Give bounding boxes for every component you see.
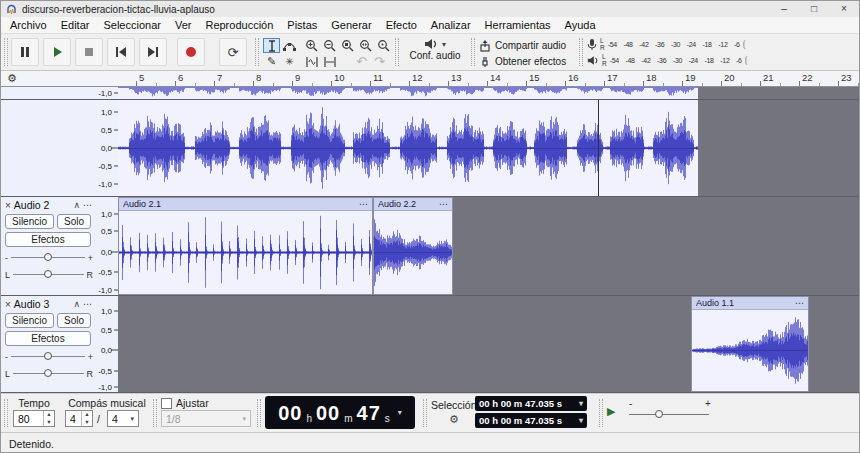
- toolbar-grip[interactable]: [471, 38, 475, 66]
- pause-button[interactable]: [11, 38, 39, 66]
- menu-item-pistas[interactable]: Pistas: [280, 18, 324, 32]
- spin-up-icon[interactable]: ▲: [82, 411, 92, 419]
- audio-clip[interactable]: [118, 87, 698, 99]
- effects-button[interactable]: Efectos: [5, 331, 91, 346]
- time-signature-upper[interactable]: 4: [66, 411, 81, 426]
- track-panel[interactable]: [1, 100, 96, 196]
- play-button[interactable]: [43, 38, 71, 66]
- audio-setup-button[interactable]: ▾ Conf. audio: [403, 38, 467, 61]
- undo-button[interactable]: ↶: [353, 54, 370, 69]
- track-name[interactable]: Audio 2: [14, 199, 71, 211]
- menu-item-ver[interactable]: Ver: [168, 18, 199, 32]
- share-audio-button[interactable]: Compartir audio: [479, 38, 566, 53]
- loop-button[interactable]: ⟳: [219, 38, 247, 66]
- gain-slider-thumb[interactable]: [44, 352, 52, 360]
- time-signature-lower-select[interactable]: 4 ▾: [107, 410, 139, 427]
- close-button[interactable]: ×: [829, 1, 859, 17]
- track-waveform-area[interactable]: Audio 2.1 ⋯ Audio 2.2 ⋯: [118, 197, 859, 295]
- gain-slider[interactable]: [11, 253, 85, 263]
- record-button[interactable]: [177, 38, 205, 66]
- timeline-ruler[interactable]: 567891011121314151617181920212223: [118, 71, 860, 86]
- time-signature-upper-spinner[interactable]: 4 ▲ ▼: [65, 410, 93, 427]
- spinner-arrows[interactable]: ▲ ▼: [81, 411, 92, 426]
- track-waveform-area[interactable]: [118, 100, 859, 196]
- tempo-spinner[interactable]: 80 ▲ ▼: [13, 410, 55, 427]
- track-close-button[interactable]: ×: [5, 200, 11, 211]
- solo-button[interactable]: Solo: [57, 214, 91, 229]
- selection-options-button[interactable]: ⚙: [449, 413, 459, 426]
- clip-header[interactable]: Audio 2.2 ⋯: [374, 198, 452, 211]
- toolbar-grip[interactable]: [599, 399, 603, 427]
- menu-item-herramientas[interactable]: Herramientas: [478, 18, 558, 32]
- audio-clip-2-1[interactable]: Audio 2.1 ⋯: [118, 197, 373, 295]
- chevron-down-icon[interactable]: ▾: [398, 408, 402, 417]
- speed-slider[interactable]: [629, 414, 709, 415]
- track-panel[interactable]: × Audio 3 ∧ ⋯ Silencio Solo Efectos - + …: [1, 296, 96, 392]
- mute-button[interactable]: Silencio: [5, 214, 54, 229]
- track-name[interactable]: Audio 3: [14, 298, 71, 310]
- toolbar-grip[interactable]: [153, 399, 157, 427]
- menu-item-ayuda[interactable]: Ayuda: [558, 18, 603, 32]
- toolbar-grip[interactable]: [257, 399, 261, 427]
- audio-clip-speech[interactable]: [118, 100, 698, 196]
- audio-clip-2-2[interactable]: Audio 2.2 ⋯: [373, 197, 453, 295]
- track-panel[interactable]: [1, 87, 96, 99]
- vertical-scale[interactable]: -1,0: [96, 87, 118, 99]
- clip-menu-button[interactable]: ⋯: [795, 298, 804, 308]
- toolbar-grip[interactable]: [395, 38, 399, 66]
- snap-interval-select[interactable]: 1/8 ▾: [161, 410, 251, 427]
- effects-button[interactable]: Efectos: [5, 232, 91, 247]
- toolbar-grip[interactable]: [423, 399, 427, 427]
- clip-menu-button[interactable]: ⋯: [439, 199, 448, 209]
- track-menu-button[interactable]: ⋯: [83, 200, 92, 210]
- spin-up-icon[interactable]: ▲: [44, 411, 54, 419]
- gain-slider[interactable]: [11, 352, 85, 362]
- tempo-value[interactable]: 80: [14, 411, 43, 426]
- snap-checkbox[interactable]: [161, 398, 172, 409]
- menu-item-seleccionar[interactable]: Seleccionar: [96, 18, 167, 32]
- track-waveform-area[interactable]: Audio 1.1 ⋯: [118, 296, 859, 392]
- spinner-arrows[interactable]: ▲ ▼: [43, 411, 54, 426]
- toolbar-grip[interactable]: [579, 38, 583, 66]
- track-menu-button[interactable]: ⋯: [83, 299, 92, 309]
- selection-end-field[interactable]: 00 h 00 m 47.035 s ▾: [475, 413, 587, 428]
- record-meter[interactable]: L R -54-48-42-36-30-24-18-12-6 ⟮: [587, 37, 746, 52]
- play-at-speed-button[interactable]: ▶: [607, 405, 615, 418]
- silence-audio-button[interactable]: [321, 54, 338, 69]
- skip-to-start-button[interactable]: [107, 38, 135, 66]
- get-effects-button[interactable]: Obtener efectos: [479, 54, 566, 69]
- vertical-scale[interactable]: 1,00,50,0-0,5-1,0: [96, 100, 118, 196]
- menu-item-analizar[interactable]: Analizar: [424, 18, 478, 32]
- zoom-selection-button[interactable]: [339, 38, 356, 53]
- menu-item-archivo[interactable]: Archivo: [3, 18, 54, 32]
- maximize-button[interactable]: □: [799, 1, 829, 17]
- track-panel[interactable]: × Audio 2 ∧ ⋯ Silencio Solo Efectos - + …: [1, 197, 96, 295]
- draw-tool-button[interactable]: ✎: [263, 54, 280, 69]
- collapse-track-button[interactable]: ∧: [73, 200, 80, 210]
- zoom-toggle-button[interactable]: [375, 38, 392, 53]
- pan-slider-thumb[interactable]: [44, 369, 52, 377]
- collapse-track-button[interactable]: ∧: [73, 299, 80, 309]
- menu-item-generar[interactable]: Generar: [324, 18, 378, 32]
- zoom-out-button[interactable]: [321, 38, 338, 53]
- skip-to-end-button[interactable]: [139, 38, 167, 66]
- toolbar-grip[interactable]: [4, 38, 8, 66]
- track-waveform-area[interactable]: [118, 87, 859, 99]
- zoom-in-button[interactable]: [303, 38, 320, 53]
- audio-clip-1-1[interactable]: Audio 1.1 ⋯: [691, 296, 809, 392]
- minimize-button[interactable]: –: [769, 1, 799, 17]
- vertical-scale[interactable]: 1,00,50,0-0,5-1,0: [96, 296, 118, 392]
- speed-slider-thumb[interactable]: [655, 410, 663, 418]
- timeline-options-button[interactable]: ⚙: [7, 72, 17, 85]
- clip-menu-button[interactable]: ⋯: [359, 199, 368, 209]
- clip-header[interactable]: Audio 1.1 ⋯: [692, 297, 808, 310]
- pan-slider[interactable]: [13, 369, 83, 379]
- clip-header[interactable]: Audio 2.1 ⋯: [119, 198, 372, 211]
- menu-item-efecto[interactable]: Efecto: [379, 18, 424, 32]
- toolbar-grip[interactable]: [4, 399, 8, 427]
- time-display[interactable]: 00 h 00 m 47 s ▾: [265, 396, 415, 429]
- vertical-scale[interactable]: 1,00,50,0-0,5-1,0: [96, 197, 118, 295]
- menu-item-reproduccion[interactable]: Reproducción: [198, 18, 280, 32]
- stop-button[interactable]: [75, 38, 103, 66]
- spin-down-icon[interactable]: ▼: [44, 419, 54, 427]
